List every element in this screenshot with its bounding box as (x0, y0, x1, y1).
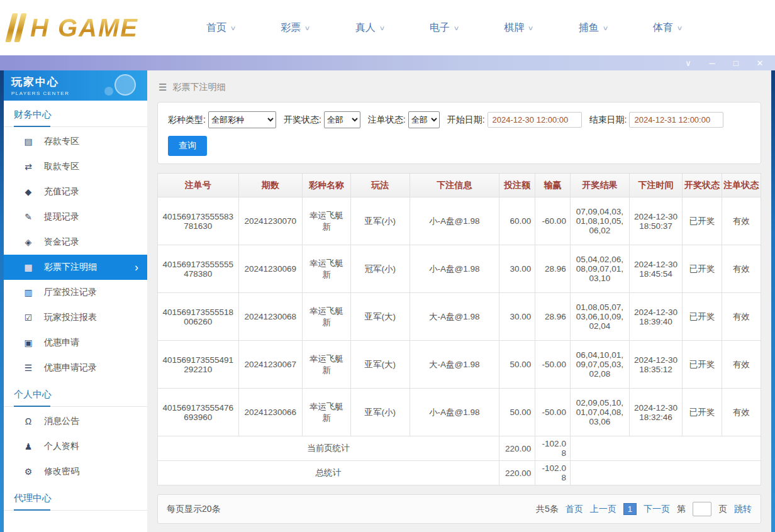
planet-decoration-icon (114, 74, 136, 96)
table-cell: 小-A盘@1.98 (410, 389, 499, 436)
nav-item-1[interactable]: 首页∨ (206, 21, 235, 35)
report-icon: ☑ (23, 313, 34, 323)
sidebar-item[interactable]: ◆充值记录 (4, 179, 147, 204)
lottery-type-select[interactable]: 全部彩种 (208, 111, 276, 128)
sidebar-item-label: 厅室投注记录 (44, 287, 97, 298)
sidebar-item[interactable]: ▦彩票下注明细› (4, 255, 147, 280)
table-cell: 2024-12-30 18:32:46 (629, 389, 682, 436)
table-cell: 小-A盘@1.98 (410, 197, 499, 245)
page-jump-input[interactable] (693, 502, 711, 516)
total-count-label: 共5条 (536, 504, 559, 515)
table-cell: 幸运飞艇新 (303, 341, 351, 389)
sidebar-item[interactable]: ⇄取款专区 (4, 154, 147, 179)
table-cell: 亚军(大) (350, 341, 410, 389)
nav-item-label: 彩票 (281, 21, 301, 35)
table-cell: 28.96 (535, 293, 571, 341)
table-cell: 亚军(小) (350, 197, 410, 245)
bell-icon: Ω (23, 416, 34, 426)
nav-item-label: 棋牌 (504, 21, 524, 35)
minimize-icon[interactable]: ─ (707, 59, 717, 67)
chevron-down-icon: ∨ (304, 25, 311, 31)
summary-cell: 220.00 (499, 436, 535, 461)
summary-cell: 220.00 (499, 461, 535, 485)
table-row: 40156917355551800626020241230068幸运飞艇新亚军(… (158, 293, 761, 341)
sidebar-item[interactable]: ◈资金记录 (4, 230, 147, 255)
start-date-input[interactable] (488, 112, 582, 128)
first-page-link[interactable]: 首页 (566, 504, 583, 515)
sidebar-item[interactable]: ▤存款专区 (4, 129, 147, 154)
table-cell: 大-A盘@1.98 (410, 293, 499, 341)
end-date-label: 结束日期: (589, 114, 627, 126)
column-header: 期数 (238, 174, 303, 197)
sidebar-item[interactable]: ▣优惠申请 (4, 330, 147, 355)
table-cell: 有效 (722, 341, 761, 389)
chevron-right-icon: › (135, 261, 138, 274)
breadcrumb: ☰ 彩票下注明细 (157, 75, 761, 102)
sidebar-item[interactable]: ⚙修改密码 (4, 459, 147, 484)
sidebar-item-label: 消息公告 (44, 416, 79, 427)
order-status-select[interactable]: 全部 (408, 111, 440, 128)
page-word-pre: 第 (677, 504, 686, 515)
logo[interactable]: H GAME (0, 13, 189, 42)
sidebar-item-label: 优惠申请记录 (44, 362, 97, 374)
sidebar: 玩家中心 PLAYERS CENTER 财务中心▤存款专区⇄取款专区◆充值记录✎… (4, 70, 147, 532)
sidebar-item-label: 充值记录 (44, 186, 79, 197)
nav-item-3[interactable]: 真人∨ (355, 21, 384, 35)
sidebar-item[interactable]: ☑玩家投注报表 (4, 305, 147, 330)
sidebar-item[interactable]: Ω消息公告 (4, 409, 147, 434)
menu-icon[interactable]: ☰ (159, 82, 167, 93)
table-cell: 20241230066 (238, 389, 303, 436)
next-page-link[interactable]: 下一页 (644, 504, 670, 515)
nav-item-label: 真人 (355, 21, 376, 35)
table-cell: 401569173555491292210 (158, 341, 239, 389)
table-cell: 已开奖 (683, 197, 722, 245)
nav-item-4[interactable]: 电子∨ (430, 21, 459, 35)
lottery-bets-icon: ▦ (23, 262, 34, 272)
promo-record-icon: ☰ (23, 363, 34, 373)
table-cell: 亚军(大) (350, 293, 410, 341)
close-icon[interactable]: ✕ (755, 59, 765, 67)
sidebar-section-title: 代理中心 (4, 484, 147, 511)
chevron-down-icon: ∨ (602, 25, 608, 31)
summary-row: 当前页统计220.00-102.08 (158, 436, 761, 461)
sidebar-header: 玩家中心 PLAYERS CENTER (4, 70, 147, 101)
page-title: 彩票下注明细 (172, 82, 225, 93)
summary-cell: -102.08 (535, 461, 571, 485)
maximize-icon[interactable]: □ (731, 59, 741, 67)
hall-bets-icon: ▥ (23, 287, 34, 297)
sidebar-item-label: 优惠申请 (44, 337, 79, 348)
draw-status-select[interactable]: 全部 (324, 111, 360, 128)
nav-item-6[interactable]: 捕鱼∨ (579, 21, 608, 35)
nav-item-2[interactable]: 彩票∨ (281, 21, 309, 35)
sidebar-item[interactable]: ▥厅室投注记录 (4, 280, 147, 305)
table-row: 40156917355549129221020241230067幸运飞艇新亚军(… (158, 341, 761, 389)
prev-page-link[interactable]: 上一页 (590, 504, 616, 515)
sidebar-item-label: 资金记录 (44, 236, 79, 248)
sidebar-section-title: 财务中心 (4, 101, 147, 127)
sidebar-item[interactable]: ♟个人资料 (4, 434, 147, 459)
column-header: 下注信息 (410, 174, 499, 197)
nav-item-5[interactable]: 棋牌∨ (504, 21, 533, 35)
current-page-button[interactable]: 1 (623, 503, 637, 515)
column-header: 开奖结果 (570, 174, 629, 197)
column-header: 输赢 (535, 174, 571, 197)
chevron-down-window-icon[interactable]: ∨ (683, 59, 693, 67)
summary-cell: 总统计 (158, 461, 499, 485)
nav-item-7[interactable]: 体育∨ (653, 21, 682, 35)
main-content: ☰ 彩票下注明细 彩种类型: 全部彩种 开奖状态: (147, 70, 771, 532)
withdraw-icon: ⇄ (23, 162, 34, 172)
sidebar-item[interactable]: ✎提现记录 (4, 204, 147, 230)
site-header: H GAME 首页∨彩票∨真人∨电子∨棋牌∨捕鱼∨体育∨ (0, 0, 775, 55)
table-cell: 已开奖 (683, 389, 722, 436)
end-date-input[interactable] (629, 112, 723, 128)
chevron-down-icon: ∨ (379, 25, 385, 31)
nav-item-label: 体育 (653, 21, 673, 35)
jump-link[interactable]: 跳转 (734, 504, 752, 515)
column-header: 投注额 (499, 174, 535, 197)
sidebar-item[interactable]: ☰优惠申请记录 (4, 355, 147, 380)
summary-row: 总统计220.00-102.08 (158, 461, 761, 485)
table-header-row: 注单号期数彩种名称玩法下注信息投注额输赢开奖结果下注时间开奖状态注单状态 (158, 174, 761, 197)
column-header: 注单状态 (722, 174, 761, 197)
search-button[interactable]: 查询 (168, 136, 207, 156)
summary-cell (570, 436, 761, 461)
